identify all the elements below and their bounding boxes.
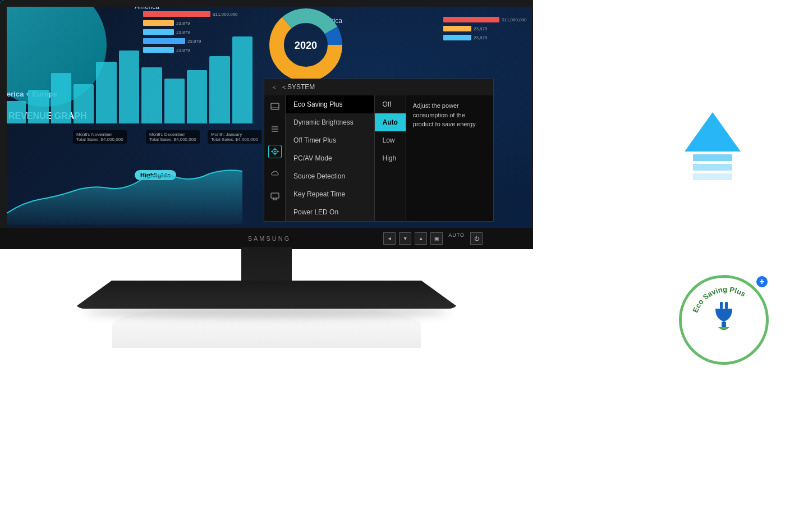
month-info-box-1: Month: November Total Sales: $4,000,000 <box>73 130 127 144</box>
osd-icon-system <box>268 145 282 158</box>
arrow-line-3 <box>693 173 732 180</box>
bar-chart <box>6 34 252 123</box>
osd-icon-picture <box>268 100 282 113</box>
bar-1 <box>6 101 26 123</box>
bar-4 <box>74 84 94 123</box>
osd-menu-item-source-detection[interactable]: Source Detection <box>286 167 374 185</box>
bar-6 <box>119 51 139 123</box>
osd-menu-item-pcav-mode[interactable]: PC/AV Mode <box>286 149 374 167</box>
osd-title: ＜SYSTEM <box>281 82 315 92</box>
osd-menu-item-power-led[interactable]: Power LED On <box>286 203 374 221</box>
nav-buttons-group: ◄ ▼ ▲ ▣ AUTO ⏻ <box>383 232 483 245</box>
osd-menu-item-off-timer[interactable]: Off Timer Plus <box>286 131 374 149</box>
bar-2 <box>28 90 48 123</box>
osd-header: ＜ ＜SYSTEM <box>264 79 493 95</box>
osd-submenu-item-high[interactable]: High <box>375 149 406 167</box>
bar-3 <box>51 73 71 123</box>
pie-chart: 2020 <box>269 8 342 84</box>
area-chart <box>7 168 254 224</box>
svg-rect-14 <box>271 193 279 198</box>
osd-menu-items-panel: Eco Saving Plus Dynamic Brightness Off T… <box>286 95 374 221</box>
africa-bar-chart: $11,000,000 23,879 23,879 <box>443 17 533 44</box>
nav-button-up[interactable]: ▲ <box>415 232 427 245</box>
monitor-screen: erica + Europe America Africa $11,000,00… <box>0 0 539 236</box>
svg-text:Eco Saving Plus: Eco Saving Plus <box>691 285 747 314</box>
osd-menu: ＜ ＜SYSTEM <box>264 79 494 222</box>
bar-7 <box>141 67 162 123</box>
samsung-brand-logo: SAMSUNG <box>248 235 291 242</box>
monitor-bottom-bar: SAMSUNG ◄ ▼ ▲ ▣ AUTO ⏻ <box>0 228 539 249</box>
eco-saving-circle: Eco Saving Plus + <box>679 275 769 365</box>
year-text: 2020 <box>295 40 317 51</box>
osd-submenu-item-auto[interactable]: Auto <box>375 113 406 131</box>
nav-button-left[interactable]: ◄ <box>383 232 396 245</box>
nav-button-power[interactable]: ⏻ <box>470 232 483 245</box>
eco-text-svg: Eco Saving Plus <box>682 278 772 368</box>
eco-saving-logo-container: Eco Saving Plus + <box>673 269 774 370</box>
osd-submenu-item-low[interactable]: Low <box>375 131 406 149</box>
arrow-line-2 <box>693 164 732 171</box>
nav-button-down[interactable]: ▼ <box>399 232 411 245</box>
arrow-up-icon <box>685 112 741 152</box>
osd-body: Eco Saving Plus Dynamic Brightness Off T… <box>264 95 493 221</box>
osd-submenu-panel: Off Auto Low High <box>375 95 406 221</box>
arrow-up-container <box>685 112 741 180</box>
monitor: erica + Europe America Africa $11,000,00… <box>0 0 556 532</box>
osd-icon-cloud <box>268 167 282 181</box>
month-info-box-3: Month: January Total Sales: $4,000,000 <box>208 130 261 144</box>
svg-point-9 <box>274 151 276 153</box>
bar-10 <box>209 56 229 123</box>
svg-rect-3 <box>271 103 279 109</box>
bar-5 <box>96 62 116 123</box>
osd-icon-monitor <box>268 190 282 203</box>
bar-9 <box>187 70 207 123</box>
osd-description-panel: Adjust the power consumption of the prod… <box>406 95 493 221</box>
osd-menu-item-eco-saving[interactable]: Eco Saving Plus <box>286 95 374 113</box>
month-info-box-2: Month: December Total Sales: $4,000,000 <box>146 130 200 144</box>
osd-back-arrow: ＜ <box>271 83 277 91</box>
arrow-line-1 <box>693 154 732 161</box>
eco-plus-badge: + <box>755 275 769 288</box>
osd-icon-panel <box>264 95 286 221</box>
right-panel: Eco Saving Plus + <box>533 0 808 532</box>
bar-8 <box>164 79 185 123</box>
osd-menu-item-dynamic-brightness[interactable]: Dynamic Brightness <box>286 113 374 131</box>
osd-menu-item-key-repeat[interactable]: Key Repeat Time <box>286 185 374 203</box>
osd-submenu-item-off[interactable]: Off <box>375 95 406 113</box>
stand-reflection <box>112 303 421 348</box>
arrow-lines <box>693 154 732 180</box>
osd-icon-display <box>268 122 282 136</box>
bar-11 <box>232 36 252 123</box>
auto-label: AUTO <box>446 232 467 245</box>
nav-button-menu[interactable]: ▣ <box>430 232 443 245</box>
region-label-america: America <box>135 3 159 11</box>
